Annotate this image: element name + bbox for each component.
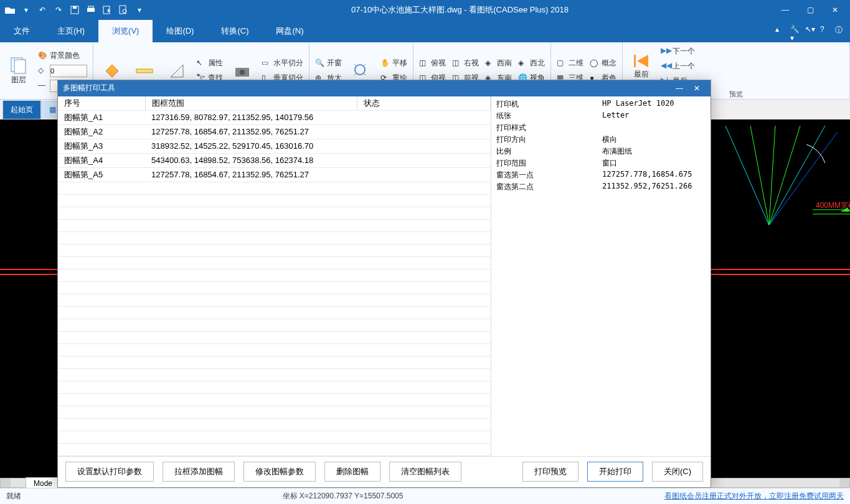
nav-next[interactable]: ▶▶下一个	[659, 44, 697, 58]
svg-text:400MM宽砖砌: 400MM宽砖砌	[816, 201, 850, 210]
table-row[interactable]: 图幅第_A2127257.78, 16854.67, 211352.95, 76…	[58, 124, 491, 139]
vstyle-outline[interactable]: ◯概念	[588, 56, 618, 71]
table-row-empty	[58, 244, 491, 256]
table-row[interactable]: 图幅第_A1127316.59, 80782.97, 211352.95, 14…	[58, 110, 491, 124]
status-promo-link[interactable]: 看图纸会员注册正式对外开放，立即注册免费试用两天	[664, 491, 844, 502]
svg-rect-2	[87, 8, 95, 12]
doc-tab-active-icon[interactable]: ▦	[41, 101, 57, 118]
bgcolor-button[interactable]: 🎨背景颜色	[36, 49, 89, 63]
minimize-button[interactable]: —	[773, 0, 798, 20]
window-title: 07-10中心水池施工大样图.dwg - 看图纸(CADSee Plus) 20…	[147, 4, 773, 16]
dialog-close-button[interactable]: ✕	[688, 84, 706, 93]
table-row-empty	[58, 443, 491, 455]
cube-icon: ◫	[452, 58, 462, 68]
document-tabs: 起始页 ▦	[0, 100, 57, 119]
table-row-empty	[58, 207, 491, 219]
cube-icon: ◫	[419, 58, 429, 68]
view-nw[interactable]: ◈西北	[516, 56, 547, 71]
frames-table[interactable]: 序号 图框范围 状态 图幅第_A1127316.59, 80782.97, 21…	[58, 96, 491, 456]
tab-view[interactable]: 浏览(V)	[98, 20, 153, 42]
dialog-title: 多图幅打印工具	[63, 83, 115, 93]
dialog-titlebar[interactable]: 多图幅打印工具 — ✕	[58, 80, 711, 96]
tab-cloud[interactable]: 网盘(N)	[262, 20, 317, 42]
undo-icon[interactable]: ↶	[35, 2, 50, 17]
col-seq[interactable]: 序号	[58, 96, 145, 111]
scroll-right-icon[interactable]	[839, 478, 849, 487]
view-sw[interactable]: ◈西南	[483, 56, 514, 71]
tab-file[interactable]: 文件	[0, 20, 44, 42]
save-icon[interactable]	[67, 2, 82, 17]
table-row-empty	[58, 431, 491, 443]
tab-draw[interactable]: 绘图(D)	[153, 20, 207, 42]
window-controls: — ▢ ✕	[773, 0, 848, 20]
col-range[interactable]: 图框范围	[145, 96, 357, 111]
svg-line-14	[725, 126, 769, 225]
svg-rect-9	[136, 69, 153, 73]
delete-frame-button[interactable]: 删除图幅	[324, 462, 380, 482]
close-dialog-button[interactable]: 关闭(C)	[652, 462, 703, 482]
table-row-empty	[58, 406, 491, 418]
quick-access-toolbar: ▾ ↶ ↷ ▾	[2, 2, 147, 17]
tab-convert[interactable]: 转换(C)	[207, 20, 262, 42]
table-row-empty	[58, 306, 491, 319]
table-row-empty	[58, 381, 491, 393]
attr-button[interactable]: ↖属性	[194, 56, 225, 71]
pan-button[interactable]: ✋平移	[379, 56, 409, 71]
nav-first-button[interactable]: 最前	[626, 47, 656, 85]
status-coord: 坐标 X=212090.7937 Y=15507.5005	[21, 491, 664, 502]
status-bar: 就绪 坐标 X=212090.7937 Y=15507.5005 看图纸会员注册…	[0, 488, 850, 504]
search-doc-icon[interactable]	[116, 2, 131, 17]
openwindow-button[interactable]: 🔍开窗	[313, 56, 344, 71]
maximize-button[interactable]: ▢	[798, 0, 823, 20]
svg-rect-13	[634, 55, 636, 67]
nav-prev[interactable]: ◀◀上一个	[659, 58, 697, 73]
table-row-empty	[58, 418, 491, 431]
export-icon[interactable]	[100, 2, 115, 17]
main-tabs: 文件 主页(H) 浏览(V) 绘图(D) 转换(C) 网盘(N)	[0, 20, 850, 42]
view-top[interactable]: ◫俯视	[417, 56, 448, 71]
qat-dropdown-icon[interactable]: ▾	[132, 2, 147, 17]
close-button[interactable]: ✕	[823, 0, 848, 20]
redo-icon[interactable]: ↷	[51, 2, 66, 17]
table-row[interactable]: 图幅第_A3318932.52, 14525.22, 529170.45, 16…	[58, 139, 491, 153]
status-ready: 就绪	[6, 491, 21, 502]
view-right[interactable]: ◫右视	[450, 56, 481, 71]
help-icon[interactable]: ?	[820, 25, 831, 36]
info-icon[interactable]: ⓘ	[835, 25, 846, 36]
tab-home[interactable]: 主页(H)	[44, 20, 98, 42]
hsplit-button[interactable]: ▭水平切分	[260, 56, 305, 71]
col-status[interactable]: 状态	[357, 96, 491, 111]
prev-icon: ◀◀	[661, 61, 671, 71]
table-row[interactable]: 图幅第_A5127257.78, 16854.67, 211352.95, 76…	[58, 167, 491, 182]
layers-button[interactable]: 图层	[4, 52, 34, 90]
table-row-empty	[58, 331, 491, 343]
frames-table-panel: 序号 图框范围 状态 图幅第_A1127316.59, 80782.97, 21…	[58, 96, 491, 456]
clear-list-button[interactable]: 清空图幅列表	[389, 462, 461, 482]
scroll-left-icon[interactable]	[1, 478, 11, 487]
start-print-button[interactable]: 开始打印	[587, 462, 643, 482]
edit-params-button[interactable]: 修改图幅参数	[243, 462, 316, 482]
vstyle-2d[interactable]: ▢二维	[555, 56, 585, 71]
set-default-button[interactable]: 设置默认打印参数	[65, 462, 154, 482]
svg-line-16	[769, 126, 775, 225]
line-icon: —	[38, 81, 48, 91]
print-preview-button[interactable]: 打印预览	[522, 462, 578, 482]
wrench-icon[interactable]: 🔧▾	[790, 25, 801, 36]
add-frame-button[interactable]: 拉框添加图幅	[163, 462, 235, 482]
table-row[interactable]: 图幅第_A4543400.63, 14898.52, 753638.56, 16…	[58, 153, 491, 167]
cursor-icon[interactable]: ↖▾	[805, 25, 816, 36]
dropdown-icon[interactable]: ▾	[19, 2, 34, 17]
table-row-empty	[58, 231, 491, 244]
chevron-up-icon[interactable]: ▴	[775, 25, 786, 36]
doc-tab-start[interactable]: 起始页	[2, 100, 41, 119]
open-icon[interactable]	[2, 2, 17, 17]
layer-selector[interactable]: ◇	[36, 63, 89, 78]
table-row-empty	[58, 368, 491, 381]
svg-point-11	[240, 70, 245, 75]
table-row-empty	[58, 182, 491, 194]
print-icon[interactable]	[83, 2, 98, 17]
cad-drawing: 400MM宽砖砌	[713, 119, 850, 275]
hsplit-icon: ▭	[262, 58, 272, 68]
dialog-minimize-button[interactable]: —	[671, 84, 688, 93]
title-right-tools: ▴ 🔧▾ ↖▾ ? ⓘ	[775, 25, 846, 36]
